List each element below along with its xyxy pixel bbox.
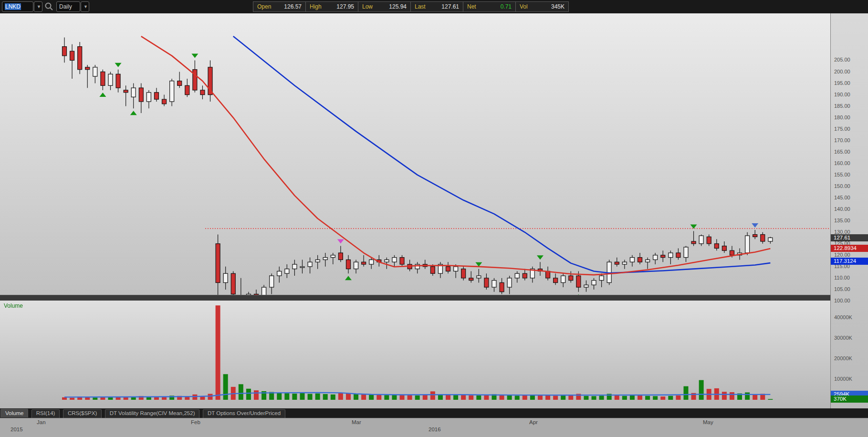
volume-tick-label: 40000K (834, 314, 852, 320)
price-tick-label: 155.00 (834, 172, 850, 177)
price-label-red: 122.8934 (831, 245, 868, 252)
stat-net-value: 0.71 (501, 3, 512, 10)
symbol-dropdown-button[interactable]: ▼ (34, 1, 42, 12)
price-label-blue: 117.3124 (831, 258, 868, 265)
price-tick-label: 190.00 (834, 92, 850, 97)
symbol-text: LNKD (5, 3, 21, 10)
stat-open: Open 126.57 (253, 2, 306, 11)
time-axis[interactable]: JanFebMarAprMay20152016 (0, 418, 868, 437)
stat-vol: Vol 345K (516, 2, 568, 11)
price-tick-label: 145.00 (834, 195, 850, 200)
volume-pane-title: Volume (4, 302, 23, 309)
month-label: Jan (37, 419, 46, 425)
price-tick-label: 185.00 (834, 103, 850, 109)
stat-high: High 127.95 (306, 2, 358, 11)
tab-dt-volatility-range[interactable]: DT Volatility Range(CIV Mean,252) (105, 409, 200, 418)
price-tick-label: 165.00 (834, 149, 850, 155)
volume-tick-label: 20000K (834, 355, 852, 361)
tab-volume[interactable]: Volume (0, 409, 28, 417)
right-axis[interactable]: 205.00200.00195.00190.00185.00180.00175.… (830, 13, 868, 418)
stat-net: Net 0.71 (463, 2, 516, 11)
price-tick-label: 180.00 (834, 114, 850, 120)
stat-low-value: 125.94 (389, 3, 407, 10)
tab-rsi[interactable]: RSI(14) (31, 409, 60, 418)
price-chart-canvas[interactable] (0, 13, 830, 295)
stat-vol-label: Vol (520, 3, 528, 10)
stat-high-value: 127.95 (336, 3, 354, 10)
search-icon[interactable] (44, 2, 54, 11)
price-tick-label: 200.00 (834, 69, 850, 74)
stat-open-value: 126.57 (284, 3, 302, 10)
price-tick-label: 205.00 (834, 57, 850, 62)
price-tick-label: 120.00 (834, 252, 850, 258)
month-label: Mar (352, 419, 361, 425)
tab-dt-options-over-underpriced[interactable]: DT Options Over/UnderPriced (203, 409, 285, 418)
volume-label-vgreen: 370K (831, 395, 868, 403)
tab-crs-spx[interactable]: CRS($SPX) (63, 409, 102, 418)
price-tick-label: 195.00 (834, 80, 850, 86)
month-label: Apr (529, 419, 538, 425)
month-label: Feb (191, 419, 200, 425)
price-tick-label: 150.00 (834, 183, 850, 189)
stat-low: Low 125.94 (358, 2, 411, 11)
price-tick-label: 160.00 (834, 160, 850, 166)
stat-low-label: Low (362, 3, 373, 10)
stat-high-label: High (310, 3, 322, 10)
timeframe-select[interactable]: Daily (56, 1, 80, 12)
price-tick-label: 170.00 (834, 137, 850, 143)
month-label: May (703, 419, 713, 425)
price-tick-label: 110.00 (834, 275, 850, 281)
stat-last: Last 127.61 (411, 2, 463, 11)
price-tick-label: 105.00 (834, 286, 850, 292)
ohlc-stats-bar: Open 126.57 High 127.95 Low 125.94 Last … (253, 1, 569, 12)
pane-divider[interactable] (0, 295, 868, 301)
volume-chart-canvas[interactable] (0, 301, 830, 408)
price-label-dark: 127.61 (831, 234, 868, 241)
symbol-input[interactable]: LNKD (2, 1, 33, 12)
stat-open-label: Open (257, 3, 271, 10)
price-tick-label: 100.00 (834, 298, 850, 303)
top-toolbar: LNKD ▼ Daily ▼ Open 126.57 High 127.95 L… (0, 0, 868, 13)
price-tick-label: 135.00 (834, 218, 850, 223)
price-tick-label: 175.00 (834, 126, 850, 132)
stat-last-label: Last (415, 3, 426, 10)
stat-last-value: 127.61 (441, 3, 459, 10)
price-tick-label: 140.00 (834, 206, 850, 212)
volume-tick-label: 10000K (834, 376, 852, 382)
stat-vol-value: 345K (551, 3, 565, 10)
indicator-tab-bar: Volume RSI(14) CRS($SPX) DT Volatility R… (0, 408, 868, 418)
timeframe-dropdown-button[interactable]: ▼ (81, 1, 89, 12)
volume-tick-label: 30000K (834, 335, 852, 341)
year-label: 2016 (429, 427, 441, 432)
stat-net-label: Net (467, 3, 476, 10)
year-label: 2015 (10, 427, 23, 432)
charting-app: LNKD ▼ Daily ▼ Open 126.57 High 127.95 L… (0, 0, 868, 437)
